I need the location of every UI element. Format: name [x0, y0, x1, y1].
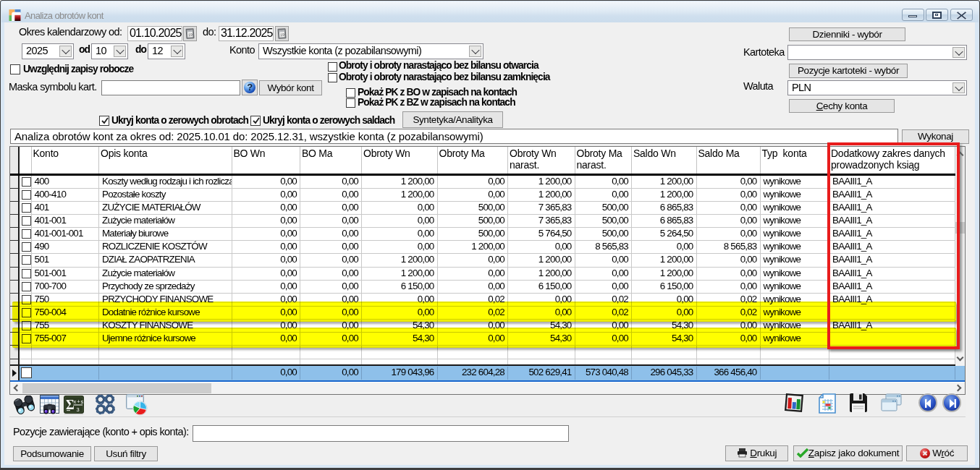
svg-text:19: 19	[280, 33, 284, 37]
svg-text:19: 19	[188, 33, 193, 37]
svg-text:3: 3	[77, 406, 80, 413]
svg-text:x + s: x + s	[74, 398, 84, 405]
svg-text:Σ: Σ	[66, 398, 74, 412]
